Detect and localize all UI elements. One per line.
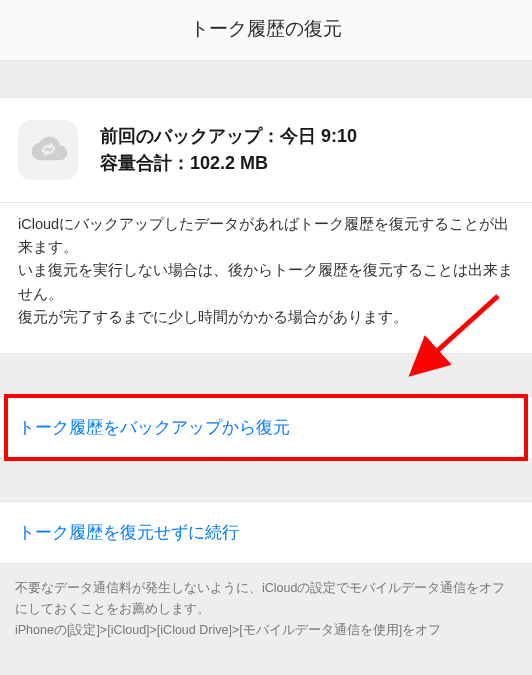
backup-text-block: 前回のバックアップ：今日 9:10 容量合計：102.2 MB (100, 123, 357, 177)
spacer (0, 61, 532, 97)
continue-without-restore-button[interactable]: トーク履歴を復元せずに続行 (0, 501, 532, 564)
backup-info-row: 前回のバックアップ：今日 9:10 容量合計：102.2 MB (0, 97, 532, 203)
description-block: iCloudにバックアップしたデータがあればトーク履歴を復元することが出来ます。… (0, 203, 532, 354)
restore-from-backup-button[interactable]: トーク履歴をバックアップから復元 (0, 396, 532, 459)
description-line1: iCloudにバックアップしたデータがあればトーク履歴を復元することが出来ます。 (18, 213, 514, 259)
page-header: トーク履歴の復元 (0, 0, 532, 61)
footer-note: 不要なデータ通信料が発生しないように、iCloudの設定でモバイルデータ通信をオ… (0, 564, 532, 656)
page-title: トーク履歴の復元 (0, 16, 532, 42)
last-backup-label: 前回のバックアップ：今日 9:10 (100, 123, 357, 150)
total-size-label: 容量合計：102.2 MB (100, 150, 357, 177)
description-line2: いま復元を実行しない場合は、後からトーク履歴を復元することは出来ません。 (18, 259, 514, 305)
footer-line1: 不要なデータ通信料が発生しないように、iCloudの設定でモバイルデータ通信をオ… (15, 578, 517, 621)
footer-line2: iPhoneの[設定]>[iCloud]>[iCloud Drive]>[モバイ… (15, 620, 517, 641)
restore-highlight: トーク履歴をバックアップから復元 (0, 396, 532, 459)
description-line3: 復元が完了するまでに少し時間がかかる場合があります。 (18, 306, 514, 329)
spacer (0, 459, 532, 501)
spacer (0, 354, 532, 396)
cloud-sync-icon (18, 120, 78, 180)
